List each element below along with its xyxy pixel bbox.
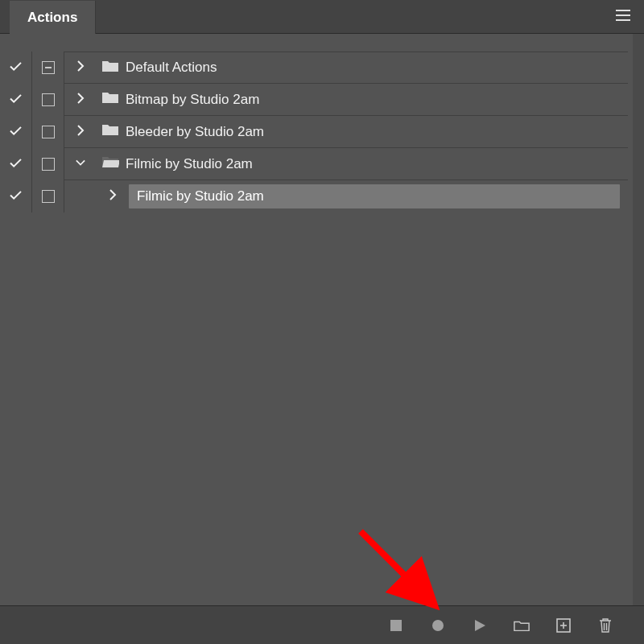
- chevron-right-icon: [76, 124, 85, 140]
- folder-open-icon: [101, 155, 119, 172]
- panel-tabbar: Actions: [0, 0, 644, 34]
- indent-spacer: [64, 180, 97, 213]
- action-label-selected: Filmic by Studio 2am: [129, 184, 620, 208]
- folder-indicator: [97, 116, 124, 148]
- new-set-button[interactable]: [509, 613, 535, 638]
- record-button[interactable]: [425, 613, 451, 638]
- hamburger-icon: [616, 10, 630, 24]
- svg-rect-3: [390, 620, 402, 631]
- chevron-right-icon: [108, 188, 118, 204]
- toggle-checkbox[interactable]: [0, 180, 32, 213]
- disclosure-toggle[interactable]: [64, 116, 97, 148]
- chevron-right-icon: [76, 60, 85, 76]
- toggle-checkbox[interactable]: [0, 52, 32, 84]
- action-set-row[interactable]: Filmic by Studio 2am: [0, 148, 644, 180]
- checkmark-icon: [9, 188, 23, 204]
- action-set-row[interactable]: Bleeder by Studio 2am: [0, 116, 644, 148]
- dialog-icon: [42, 190, 55, 203]
- delete-button[interactable]: [592, 613, 618, 638]
- dialog-toggle[interactable]: [32, 180, 64, 213]
- checkmark-icon: [9, 92, 23, 108]
- dialog-toggle[interactable]: [32, 116, 64, 148]
- checkmark-icon: [9, 60, 23, 76]
- tab-label: Actions: [27, 10, 77, 26]
- toggle-checkbox[interactable]: [0, 116, 32, 148]
- folder-indicator: [97, 148, 124, 180]
- dialog-toggle[interactable]: [32, 148, 64, 180]
- folder-indicator: [97, 52, 124, 84]
- folder-closed-icon: [101, 123, 119, 140]
- chevron-down-icon: [76, 156, 85, 172]
- panel-footer: [0, 605, 644, 644]
- plus-square-icon: [556, 618, 571, 633]
- action-set-row[interactable]: Bitmap by Studio 2am: [0, 84, 644, 116]
- stop-icon: [390, 620, 402, 631]
- action-set-label: Filmic by Studio 2am: [126, 156, 253, 172]
- play-button[interactable]: [467, 613, 493, 638]
- toggle-checkbox[interactable]: [0, 84, 32, 116]
- action-set-row[interactable]: Default Actions: [0, 52, 644, 84]
- toggle-checkbox[interactable]: [0, 148, 32, 180]
- record-icon: [431, 619, 444, 632]
- folder-icon: [514, 619, 530, 632]
- trash-icon: [598, 617, 613, 634]
- disclosure-toggle[interactable]: [64, 52, 97, 84]
- panel-menu-button[interactable]: [610, 0, 636, 34]
- dialog-icon: [42, 93, 55, 106]
- new-action-button[interactable]: [551, 613, 576, 638]
- dialog-toggle[interactable]: [32, 52, 64, 84]
- folder-indicator: [97, 84, 124, 116]
- play-icon: [473, 619, 486, 632]
- stop-button[interactable]: [383, 613, 409, 638]
- actions-list: Default Actions Bitmap by Studio 2am: [0, 34, 644, 213]
- scrollbar[interactable]: [633, 34, 644, 605]
- tab-actions[interactable]: Actions: [10, 1, 96, 34]
- dialog-icon: [42, 61, 55, 74]
- action-set-label: Default Actions: [126, 60, 217, 76]
- disclosure-toggle[interactable]: [64, 84, 97, 116]
- disclosure-toggle[interactable]: [97, 180, 129, 213]
- folder-closed-icon: [101, 91, 119, 108]
- disclosure-toggle[interactable]: [64, 148, 97, 180]
- action-row[interactable]: Filmic by Studio 2am: [0, 180, 644, 213]
- svg-point-4: [432, 620, 444, 631]
- svg-marker-5: [475, 620, 485, 631]
- action-set-label: Bitmap by Studio 2am: [126, 92, 259, 108]
- checkmark-icon: [9, 124, 23, 140]
- checkmark-icon: [9, 156, 23, 172]
- action-label: Filmic by Studio 2am: [137, 188, 264, 204]
- svg-line-10: [361, 531, 431, 601]
- action-set-label: Bleeder by Studio 2am: [126, 124, 264, 140]
- dialog-icon: [42, 126, 55, 138]
- dialog-toggle[interactable]: [32, 84, 64, 116]
- dialog-icon: [42, 158, 55, 171]
- folder-closed-icon: [101, 60, 119, 76]
- chevron-right-icon: [76, 92, 85, 108]
